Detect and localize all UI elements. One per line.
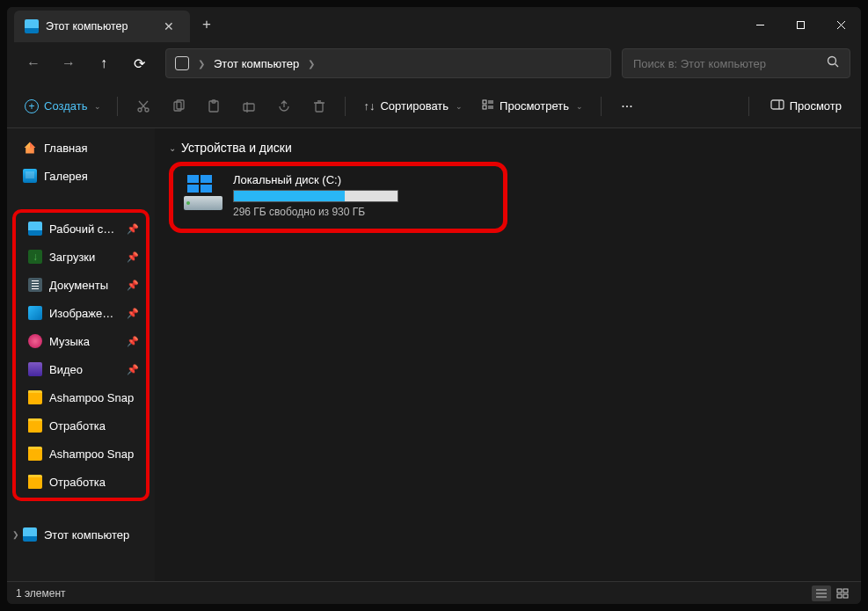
status-bar: 1 элемент: [7, 581, 861, 604]
folder-icon: [28, 418, 42, 433]
drive-name: Локальный диск (C:): [233, 173, 492, 186]
pc-icon: [23, 527, 37, 542]
sidebar-item-label: Этот компьютер: [44, 528, 144, 542]
new-tab-button[interactable]: +: [190, 7, 223, 42]
toolbar: + Создать ⌄ ↑↓ Сортировать ⌄ Просмотреть…: [7, 84, 861, 128]
svg-rect-33: [843, 594, 848, 598]
breadcrumb-location[interactable]: Этот компьютер: [214, 57, 299, 70]
content-area[interactable]: ⌄ Устройства и диски Локальный диск (C:)…: [155, 128, 861, 581]
drive-usage-bar: [233, 190, 398, 202]
desktop-icon: [28, 222, 42, 236]
sidebar-item-label: Ashampoo Snap: [49, 447, 139, 461]
search-box[interactable]: [622, 48, 850, 78]
sidebar-item[interactable]: Ashampoo Snap: [16, 440, 146, 468]
sidebar-item-label: Загрузки: [49, 251, 120, 264]
delete-button[interactable]: [303, 91, 336, 121]
sort-button[interactable]: ↑↓ Сортировать ⌄: [354, 94, 471, 118]
titlebar: Этот компьютер ✕ +: [7, 7, 861, 42]
svg-rect-16: [316, 103, 323, 112]
home-icon: [23, 141, 37, 155]
svg-rect-30: [837, 589, 842, 593]
chevron-right-icon[interactable]: ❯: [198, 59, 205, 69]
up-button[interactable]: ↑: [88, 49, 120, 77]
sort-label: Сортировать: [380, 99, 449, 113]
sidebar-item[interactable]: Рабочий стол📌: [16, 215, 146, 243]
drive-c[interactable]: Локальный диск (C:) 296 ГБ свободно из 9…: [233, 173, 492, 218]
sidebar-item-label: Изображения: [49, 307, 120, 320]
sidebar-item-label: Главная: [44, 142, 144, 155]
sidebar-item[interactable]: Документы📌: [16, 271, 146, 299]
pin-icon: 📌: [127, 251, 139, 263]
preview-label: Просмотр: [790, 99, 842, 113]
sort-icon: ↑↓: [363, 99, 375, 113]
close-button[interactable]: [821, 7, 861, 42]
create-label: Создать: [44, 99, 87, 113]
sidebar-item[interactable]: Ashampoo Snap: [16, 383, 146, 411]
drive-c-icon: [184, 175, 222, 210]
preview-icon: [770, 99, 784, 113]
sidebar-item[interactable]: Загрузки📌: [16, 243, 146, 271]
create-button[interactable]: + Создать ⌄: [18, 94, 108, 119]
video-icon: [28, 362, 42, 376]
svg-rect-25: [771, 100, 784, 109]
chevron-right-icon[interactable]: ❯: [308, 59, 315, 69]
sidebar-item-label: Галерея: [44, 170, 144, 183]
sidebar-item[interactable]: Музыка📌: [16, 327, 146, 355]
section-devices-drives[interactable]: ⌄ Устройства и диски: [169, 135, 847, 162]
preview-pane-button[interactable]: Просмотр: [762, 94, 850, 118]
this-pc-icon: [25, 19, 39, 33]
chevron-down-icon: ⌄: [576, 102, 583, 111]
item-count: 1 элемент: [16, 587, 66, 600]
chevron-down-icon: ⌄: [456, 102, 463, 111]
paste-button[interactable]: [197, 91, 230, 121]
sidebar-item[interactable]: Отработка: [16, 468, 146, 496]
pin-icon: 📌: [127, 308, 139, 319]
address-bar: ← → ↑ ⟳ ❯ Этот компьютер ❯: [7, 42, 861, 84]
chevron-down-icon: ⌄: [94, 102, 101, 111]
view-label: Просмотреть: [500, 99, 569, 113]
minimize-button[interactable]: [740, 7, 780, 42]
back-button[interactable]: ←: [18, 49, 49, 77]
cut-button[interactable]: [127, 91, 160, 121]
section-title: Устройства и диски: [181, 141, 292, 155]
annotation-pinned-highlight: Рабочий стол📌Загрузки📌Документы📌Изображе…: [12, 209, 150, 501]
refresh-button[interactable]: ⟳: [123, 49, 155, 77]
folder-icon: [28, 475, 42, 489]
sidebar-item[interactable]: Видео📌: [16, 355, 146, 383]
folder-icon: [28, 447, 42, 461]
breadcrumb[interactable]: ❯ Этот компьютер ❯: [165, 48, 611, 78]
search-icon[interactable]: [827, 55, 839, 71]
close-tab-icon[interactable]: ✕: [158, 18, 179, 35]
monitor-icon: [175, 56, 189, 70]
tab-this-pc[interactable]: Этот компьютер ✕: [14, 11, 190, 42]
sidebar-item-label: Отработка: [49, 476, 139, 489]
forward-button[interactable]: →: [53, 49, 84, 77]
copy-button[interactable]: [162, 91, 195, 121]
view-button[interactable]: Просмотреть ⌄: [473, 93, 592, 119]
images-icon: [28, 306, 42, 320]
more-button[interactable]: ···: [610, 91, 644, 121]
sidebar-item-label: Отработка: [49, 419, 139, 433]
share-button[interactable]: [267, 91, 301, 121]
tab-title: Этот компьютер: [46, 20, 151, 33]
chevron-down-icon: ⌄: [169, 143, 176, 153]
explorer-window: Этот компьютер ✕ + ← → ↑ ⟳ ❯ Этот компью…: [7, 7, 861, 604]
maximize-button[interactable]: [780, 7, 821, 42]
plus-icon: +: [25, 99, 39, 113]
pin-icon: 📌: [127, 336, 139, 347]
sidebar: ГлавнаяГалерея Рабочий стол📌Загрузки📌Док…: [7, 128, 155, 581]
sidebar-item-label: Видео: [49, 363, 120, 376]
sidebar-item[interactable]: Отработка: [16, 411, 146, 440]
svg-rect-19: [483, 100, 486, 104]
sidebar-item[interactable]: Изображения📌: [16, 299, 146, 327]
rename-button[interactable]: [232, 91, 266, 121]
sidebar-item[interactable]: Главная: [11, 134, 151, 162]
sidebar-item[interactable]: ❯Этот компьютер: [11, 520, 151, 549]
chevron-right-icon[interactable]: ❯: [12, 530, 19, 539]
details-view-button[interactable]: [812, 586, 831, 601]
sidebar-item-label: Документы: [49, 279, 120, 292]
sidebar-item[interactable]: Галерея: [11, 162, 151, 190]
tiles-view-button[interactable]: [833, 586, 852, 601]
drive-status: 296 ГБ свободно из 930 ГБ: [233, 206, 492, 218]
search-input[interactable]: [633, 57, 820, 70]
